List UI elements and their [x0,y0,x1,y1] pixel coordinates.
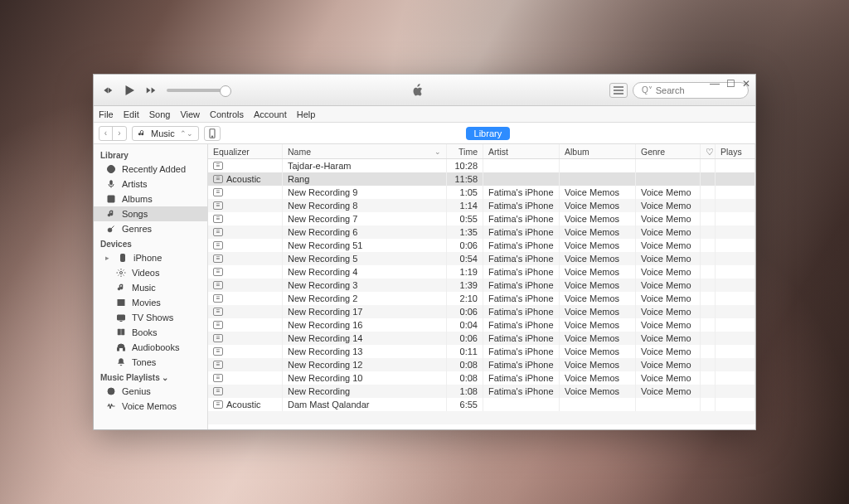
cell [716,358,755,371]
mic-icon [105,178,117,190]
cell: Acoustic [208,172,283,186]
table-row[interactable]: New Recording 160:04Fatima's iPhoneVoice… [208,318,755,332]
list-icon [614,86,623,94]
sidebar-item-songs[interactable]: Songs [94,206,207,221]
table-row[interactable]: New Recording 510:06Fatima's iPhoneVoice… [208,239,755,252]
col-artist[interactable]: Artist [483,144,560,158]
cell: 0:54 [447,252,483,265]
col-name[interactable]: Name⌄ [283,144,447,158]
volume-slider[interactable] [167,89,226,92]
sidebar-item-artists[interactable]: Artists [94,177,207,191]
sidebar-item-genres[interactable]: Genres [94,221,207,236]
table-row[interactable]: AcousticRang11:58 [208,172,755,186]
cell [701,398,716,411]
table-row[interactable]: New Recording 22:10Fatima's iPhoneVoice … [208,292,755,305]
col-genre[interactable]: Genre [636,144,701,158]
maximize-button[interactable]: ☐ [726,78,735,90]
cell: Voice Memo [636,371,701,385]
table-row[interactable]: New Recording 31:39Fatima's iPhoneVoice … [208,279,755,292]
menu-help[interactable]: Help [297,109,316,119]
back-button[interactable]: ‹ [99,127,113,140]
prev-button[interactable] [100,83,115,98]
menu-song[interactable]: Song [149,109,171,119]
cell: New Recording 16 [283,318,447,332]
menu-controls[interactable]: Controls [210,109,244,119]
sidebar-item-music[interactable]: Music [94,280,207,295]
close-button[interactable]: ✕ [742,78,750,90]
cell [716,225,755,239]
table-row[interactable]: New Recording 70:55Fatima's iPhoneVoice … [208,212,755,225]
col-love[interactable]: ♡ [701,144,716,158]
col-equalizer[interactable]: Equalizer [208,144,283,158]
cell: 0:04 [447,318,483,332]
cell [701,265,716,279]
cell: Fatima's iPhone [483,279,560,292]
cell [716,292,755,305]
cell [716,212,755,225]
sidebar-item-albums[interactable]: Albums [94,191,207,206]
cell: Voice Memos [560,385,636,398]
sidebar-item-label: Videos [132,268,159,278]
cell [560,398,636,411]
table-row[interactable]: New Recording 130:11Fatima's iPhoneVoice… [208,345,755,358]
table-row[interactable]: AcousticDam Mast Qalandar6:55 [208,398,755,411]
cell [208,252,283,265]
table-row[interactable]: New Recording 91:05Fatima's iPhoneVoice … [208,186,755,199]
menu-account[interactable]: Account [254,109,287,119]
cell [701,199,716,212]
col-time[interactable]: Time [447,144,483,158]
forward-button[interactable]: › [113,127,126,140]
cell: Voice Memo [636,305,701,318]
menu-edit[interactable]: Edit [124,109,139,119]
sidebar-item-recently-added[interactable]: Recently Added [94,162,207,177]
cell: Voice Memos [560,279,636,292]
equalizer-icon [213,241,223,250]
titlebar: Q˅ [94,75,755,106]
table-row[interactable]: New Recording 81:14Fatima's iPhoneVoice … [208,199,755,212]
sidebar-item-tones[interactable]: Tones [94,355,207,370]
cell [701,292,716,305]
sidebar-item-videos[interactable]: Videos [94,265,207,280]
cell: Voice Memos [560,239,636,252]
cell [716,252,755,265]
sidebar-item-books[interactable]: Books [94,325,207,340]
cell: New Recording 3 [283,279,447,292]
sidebar-item-voice-memos[interactable]: Voice Memos [94,399,207,414]
col-album[interactable]: Album [560,144,636,158]
sidebar-item-tv-shows[interactable]: TV Shows [94,310,207,325]
equalizer-icon [213,228,223,236]
cell [208,332,283,345]
minimize-button[interactable]: — [710,78,720,90]
menu-file[interactable]: File [99,109,114,119]
table-row[interactable]: New Recording 61:35Fatima's iPhoneVoice … [208,225,755,239]
bell-icon [115,356,127,368]
cell: 1:08 [447,385,483,398]
cell: Voice Memo [636,212,701,225]
cell: 1:39 [447,279,483,292]
view-list-button[interactable] [609,83,628,98]
sidebar-item-audiobooks[interactable]: Audiobooks [94,340,207,355]
table-row[interactable]: New Recording 140:06Fatima's iPhoneVoice… [208,332,755,345]
table-row[interactable]: New Recording 50:54Fatima's iPhoneVoice … [208,252,755,265]
table-row[interactable]: New Recording 120:08Fatima's iPhoneVoice… [208,358,755,371]
cell: Fatima's iPhone [483,385,560,398]
table-row[interactable]: New Recording 100:08Fatima's iPhoneVoice… [208,371,755,385]
table-row[interactable]: New Recording 170:06Fatima's iPhoneVoice… [208,305,755,318]
table-row[interactable]: Tajdar-e-Haram10:28 [208,159,755,172]
device-button[interactable] [204,126,221,141]
sidebar-item-movies[interactable]: Movies [94,295,207,310]
col-plays[interactable]: Plays [716,144,755,158]
sidebar-item-iphone[interactable]: ▸iPhone [94,250,207,265]
play-button[interactable] [120,81,138,99]
category-selector[interactable]: Music ⌃⌄ [132,126,199,141]
next-button[interactable] [143,83,158,98]
cell: New Recording 4 [283,265,447,279]
table-row[interactable]: New Recording1:08Fatima's iPhoneVoice Me… [208,385,755,398]
equalizer-icon [213,334,223,342]
sidebar-item-genius[interactable]: Genius [94,384,207,399]
cell: Voice Memo [636,225,701,239]
tab-library[interactable]: Library [466,127,511,140]
table-row[interactable]: New Recording 41:19Fatima's iPhoneVoice … [208,265,755,279]
menu-view[interactable]: View [180,109,200,119]
cell: Voice Memos [560,225,636,239]
